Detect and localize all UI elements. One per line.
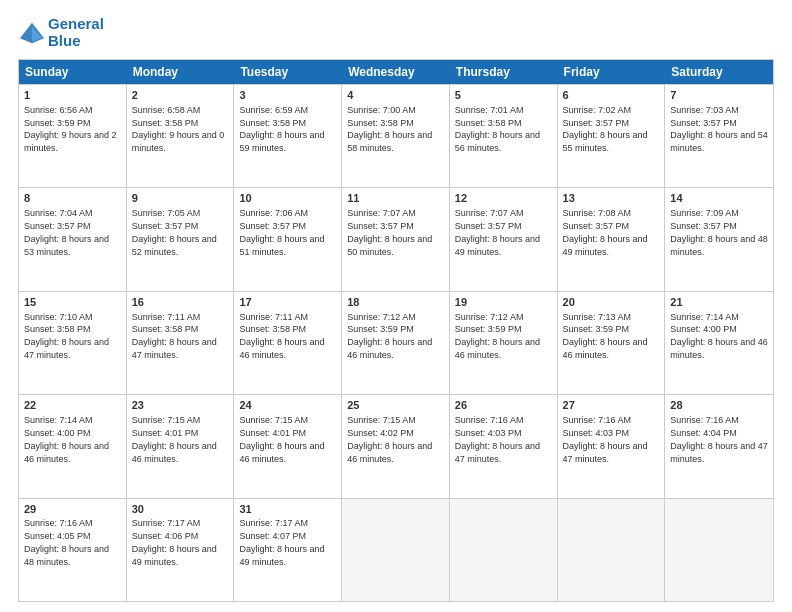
day-info: Sunrise: 7:05 AM Sunset: 3:57 PM Dayligh… — [132, 208, 217, 256]
day-header-thursday: Thursday — [450, 60, 558, 84]
day-info: Sunrise: 6:56 AM Sunset: 3:59 PM Dayligh… — [24, 105, 117, 153]
calendar-row-2: 8Sunrise: 7:04 AM Sunset: 3:57 PM Daylig… — [19, 187, 773, 290]
day-info: Sunrise: 7:13 AM Sunset: 3:59 PM Dayligh… — [563, 312, 648, 360]
empty-cell — [665, 499, 773, 601]
day-header-tuesday: Tuesday — [234, 60, 342, 84]
day-number: 20 — [563, 295, 660, 310]
day-cell-19: 19Sunrise: 7:12 AM Sunset: 3:59 PM Dayli… — [450, 292, 558, 394]
calendar-row-3: 15Sunrise: 7:10 AM Sunset: 3:58 PM Dayli… — [19, 291, 773, 394]
day-cell-31: 31Sunrise: 7:17 AM Sunset: 4:07 PM Dayli… — [234, 499, 342, 601]
day-number: 16 — [132, 295, 229, 310]
day-info: Sunrise: 7:11 AM Sunset: 3:58 PM Dayligh… — [132, 312, 217, 360]
calendar: SundayMondayTuesdayWednesdayThursdayFrid… — [18, 59, 774, 602]
day-number: 10 — [239, 191, 336, 206]
day-number: 1 — [24, 88, 121, 103]
day-cell-15: 15Sunrise: 7:10 AM Sunset: 3:58 PM Dayli… — [19, 292, 127, 394]
day-cell-8: 8Sunrise: 7:04 AM Sunset: 3:57 PM Daylig… — [19, 188, 127, 290]
day-cell-23: 23Sunrise: 7:15 AM Sunset: 4:01 PM Dayli… — [127, 395, 235, 497]
day-number: 15 — [24, 295, 121, 310]
day-number: 3 — [239, 88, 336, 103]
day-info: Sunrise: 7:15 AM Sunset: 4:01 PM Dayligh… — [239, 415, 324, 463]
day-cell-3: 3Sunrise: 6:59 AM Sunset: 3:58 PM Daylig… — [234, 85, 342, 187]
day-header-sunday: Sunday — [19, 60, 127, 84]
day-number: 7 — [670, 88, 768, 103]
day-number: 12 — [455, 191, 552, 206]
day-cell-10: 10Sunrise: 7:06 AM Sunset: 3:57 PM Dayli… — [234, 188, 342, 290]
page: GeneralBlue SundayMondayTuesdayWednesday… — [0, 0, 792, 612]
day-cell-17: 17Sunrise: 7:11 AM Sunset: 3:58 PM Dayli… — [234, 292, 342, 394]
day-info: Sunrise: 7:17 AM Sunset: 4:06 PM Dayligh… — [132, 518, 217, 566]
day-info: Sunrise: 7:15 AM Sunset: 4:01 PM Dayligh… — [132, 415, 217, 463]
empty-cell — [342, 499, 450, 601]
day-number: 14 — [670, 191, 768, 206]
day-cell-4: 4Sunrise: 7:00 AM Sunset: 3:58 PM Daylig… — [342, 85, 450, 187]
day-number: 6 — [563, 88, 660, 103]
calendar-row-1: 1Sunrise: 6:56 AM Sunset: 3:59 PM Daylig… — [19, 84, 773, 187]
empty-cell — [558, 499, 666, 601]
day-number: 11 — [347, 191, 444, 206]
day-cell-21: 21Sunrise: 7:14 AM Sunset: 4:00 PM Dayli… — [665, 292, 773, 394]
day-number: 4 — [347, 88, 444, 103]
day-info: Sunrise: 7:03 AM Sunset: 3:57 PM Dayligh… — [670, 105, 768, 153]
day-number: 23 — [132, 398, 229, 413]
day-cell-24: 24Sunrise: 7:15 AM Sunset: 4:01 PM Dayli… — [234, 395, 342, 497]
day-cell-5: 5Sunrise: 7:01 AM Sunset: 3:58 PM Daylig… — [450, 85, 558, 187]
day-header-friday: Friday — [558, 60, 666, 84]
day-number: 25 — [347, 398, 444, 413]
day-info: Sunrise: 7:16 AM Sunset: 4:05 PM Dayligh… — [24, 518, 109, 566]
day-cell-28: 28Sunrise: 7:16 AM Sunset: 4:04 PM Dayli… — [665, 395, 773, 497]
day-number: 26 — [455, 398, 552, 413]
day-number: 27 — [563, 398, 660, 413]
day-cell-22: 22Sunrise: 7:14 AM Sunset: 4:00 PM Dayli… — [19, 395, 127, 497]
day-number: 13 — [563, 191, 660, 206]
day-info: Sunrise: 7:11 AM Sunset: 3:58 PM Dayligh… — [239, 312, 324, 360]
calendar-body: 1Sunrise: 6:56 AM Sunset: 3:59 PM Daylig… — [19, 84, 773, 601]
day-info: Sunrise: 7:00 AM Sunset: 3:58 PM Dayligh… — [347, 105, 432, 153]
day-cell-26: 26Sunrise: 7:16 AM Sunset: 4:03 PM Dayli… — [450, 395, 558, 497]
day-number: 2 — [132, 88, 229, 103]
day-info: Sunrise: 7:15 AM Sunset: 4:02 PM Dayligh… — [347, 415, 432, 463]
day-number: 19 — [455, 295, 552, 310]
day-info: Sunrise: 7:09 AM Sunset: 3:57 PM Dayligh… — [670, 208, 768, 256]
day-cell-16: 16Sunrise: 7:11 AM Sunset: 3:58 PM Dayli… — [127, 292, 235, 394]
day-cell-25: 25Sunrise: 7:15 AM Sunset: 4:02 PM Dayli… — [342, 395, 450, 497]
empty-cell — [450, 499, 558, 601]
logo-text: GeneralBlue — [48, 16, 104, 49]
day-number: 9 — [132, 191, 229, 206]
day-info: Sunrise: 7:01 AM Sunset: 3:58 PM Dayligh… — [455, 105, 540, 153]
day-number: 5 — [455, 88, 552, 103]
day-info: Sunrise: 7:16 AM Sunset: 4:03 PM Dayligh… — [455, 415, 540, 463]
day-header-wednesday: Wednesday — [342, 60, 450, 84]
day-cell-1: 1Sunrise: 6:56 AM Sunset: 3:59 PM Daylig… — [19, 85, 127, 187]
day-number: 18 — [347, 295, 444, 310]
calendar-header: SundayMondayTuesdayWednesdayThursdayFrid… — [19, 60, 773, 84]
day-info: Sunrise: 7:17 AM Sunset: 4:07 PM Dayligh… — [239, 518, 324, 566]
day-cell-12: 12Sunrise: 7:07 AM Sunset: 3:57 PM Dayli… — [450, 188, 558, 290]
day-number: 30 — [132, 502, 229, 517]
day-info: Sunrise: 7:16 AM Sunset: 4:03 PM Dayligh… — [563, 415, 648, 463]
day-info: Sunrise: 6:59 AM Sunset: 3:58 PM Dayligh… — [239, 105, 324, 153]
day-cell-14: 14Sunrise: 7:09 AM Sunset: 3:57 PM Dayli… — [665, 188, 773, 290]
day-number: 28 — [670, 398, 768, 413]
day-number: 17 — [239, 295, 336, 310]
day-number: 22 — [24, 398, 121, 413]
calendar-row-4: 22Sunrise: 7:14 AM Sunset: 4:00 PM Dayli… — [19, 394, 773, 497]
day-info: Sunrise: 7:14 AM Sunset: 4:00 PM Dayligh… — [24, 415, 109, 463]
day-cell-30: 30Sunrise: 7:17 AM Sunset: 4:06 PM Dayli… — [127, 499, 235, 601]
day-cell-11: 11Sunrise: 7:07 AM Sunset: 3:57 PM Dayli… — [342, 188, 450, 290]
day-info: Sunrise: 7:10 AM Sunset: 3:58 PM Dayligh… — [24, 312, 109, 360]
day-cell-6: 6Sunrise: 7:02 AM Sunset: 3:57 PM Daylig… — [558, 85, 666, 187]
day-info: Sunrise: 7:07 AM Sunset: 3:57 PM Dayligh… — [455, 208, 540, 256]
day-number: 31 — [239, 502, 336, 517]
day-cell-29: 29Sunrise: 7:16 AM Sunset: 4:05 PM Dayli… — [19, 499, 127, 601]
day-info: Sunrise: 7:04 AM Sunset: 3:57 PM Dayligh… — [24, 208, 109, 256]
day-cell-7: 7Sunrise: 7:03 AM Sunset: 3:57 PM Daylig… — [665, 85, 773, 187]
logo: GeneralBlue — [18, 16, 104, 49]
logo-icon — [18, 21, 46, 45]
day-cell-2: 2Sunrise: 6:58 AM Sunset: 3:58 PM Daylig… — [127, 85, 235, 187]
day-info: Sunrise: 6:58 AM Sunset: 3:58 PM Dayligh… — [132, 105, 225, 153]
day-header-saturday: Saturday — [665, 60, 773, 84]
day-number: 24 — [239, 398, 336, 413]
day-number: 29 — [24, 502, 121, 517]
day-info: Sunrise: 7:07 AM Sunset: 3:57 PM Dayligh… — [347, 208, 432, 256]
